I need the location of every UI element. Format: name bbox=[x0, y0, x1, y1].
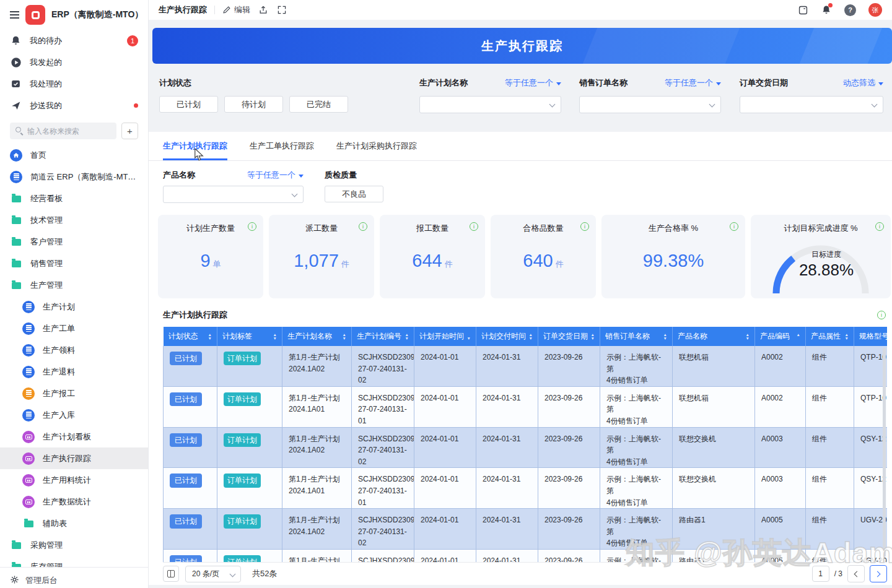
unread-dot bbox=[134, 103, 138, 108]
dashboard-icon bbox=[22, 431, 35, 443]
status-option-closed[interactable]: 已完结 bbox=[289, 96, 348, 113]
prev-page-button[interactable] bbox=[847, 565, 865, 582]
cell-plan-name: 第1月-生产计划 2024.1A01 bbox=[282, 386, 352, 427]
sidebar-folder-inventory-mgmt[interactable]: 库存管理 bbox=[0, 556, 148, 567]
table-row[interactable]: 已计划 订单计划 第1月-生产计划 2024.1A02 SCJHXSDD2309… bbox=[164, 427, 888, 468]
col-plan-code[interactable]: 生产计划编号▲▼ bbox=[352, 327, 414, 346]
status-option-pending[interactable]: 待计划 bbox=[224, 96, 283, 113]
sidebar-folder-production-mgmt[interactable]: 生产管理 bbox=[0, 274, 148, 296]
help-icon[interactable]: ? bbox=[844, 4, 856, 16]
sidebar-item-material-return[interactable]: 生产退料 bbox=[0, 361, 148, 383]
info-icon[interactable]: i bbox=[248, 222, 256, 231]
sales-order-select[interactable] bbox=[579, 96, 721, 113]
sidebar-folder-sales-mgmt[interactable]: 销售管理 bbox=[0, 253, 148, 274]
cell-tag: 订单计划 bbox=[217, 468, 282, 509]
sidebar-item-material-stats[interactable]: 生产用料统计 bbox=[0, 469, 148, 491]
sidebar-header: ERP（离散制造-MTO） bbox=[0, 0, 148, 30]
cell-product-attr: 组件 bbox=[806, 346, 854, 386]
sidebar-folder-aux-tables[interactable]: 辅助表 bbox=[0, 512, 148, 534]
col-tag[interactable]: 计划标签▲▼ bbox=[217, 327, 282, 346]
col-spec[interactable]: 规格型号▲▼ bbox=[854, 327, 888, 346]
cell-spec: QTP-10 bbox=[854, 386, 888, 427]
info-icon[interactable]: i bbox=[875, 222, 884, 231]
sidebar-item-work-report[interactable]: 生产报工 bbox=[0, 383, 148, 404]
user-avatar[interactable]: 张 bbox=[868, 3, 882, 17]
sidebar-folder-customer-mgmt[interactable]: 客户管理 bbox=[0, 231, 148, 253]
cell-delivery-date: 2023-09-26 bbox=[538, 427, 600, 468]
page-number-input[interactable] bbox=[812, 566, 829, 582]
sidebar-item-execution-tracking[interactable]: 生产执行跟踪 bbox=[0, 447, 148, 469]
col-product-code[interactable]: 产品编码▲▼ bbox=[755, 327, 806, 346]
page-size-select[interactable]: 20 条/页 bbox=[185, 566, 241, 582]
table-row[interactable]: 已计划 订单计划 第1月-生产计划 2024.1A01 SCJHXSDD2309… bbox=[164, 549, 888, 562]
cell-status: 已计划 bbox=[164, 346, 217, 386]
column-settings-button[interactable] bbox=[163, 566, 179, 582]
operator-link[interactable]: 等于任意一个 bbox=[505, 77, 561, 89]
sidebar-item-jiandaoyun-erp[interactable]: 简道云 ERP（离散制造-MTO）... bbox=[0, 166, 148, 188]
chevron-down-icon bbox=[549, 102, 556, 108]
quality-option-defective[interactable]: 不良品 bbox=[325, 186, 383, 202]
sidebar-folder-tech-mgmt[interactable]: 技术管理 bbox=[0, 209, 148, 231]
operator-link[interactable]: 等于任意一个 bbox=[665, 77, 721, 89]
sidebar-item-cc-to-me[interactable]: 抄送我的 bbox=[0, 95, 148, 116]
table-row[interactable]: 已计划 订单计划 第1月-生产计划 2024.1A02 SCJHXSDD2309… bbox=[164, 509, 888, 550]
info-icon[interactable]: i bbox=[730, 222, 738, 231]
sidebar-item-data-stats[interactable]: 生产数据统计 bbox=[0, 491, 148, 512]
sidebar-item-handled-by-me[interactable]: 我处理的 bbox=[0, 73, 148, 95]
table-row[interactable]: 已计划 订单计划 第1月-生产计划 2024.1A01 SCJHXSDD2309… bbox=[164, 468, 888, 509]
notifications-bell-icon[interactable] bbox=[821, 4, 832, 15]
sidebar-item-started-by-me[interactable]: 我发起的 bbox=[0, 51, 148, 73]
col-sales-order[interactable]: 销售订单名称▲▼ bbox=[600, 327, 673, 346]
fullscreen-icon[interactable] bbox=[276, 4, 287, 15]
sidebar-item-label: 我处理的 bbox=[30, 79, 62, 90]
table-row[interactable]: 已计划 订单计划 第1月-生产计划 2024.1A02 SCJHXSDD2309… bbox=[164, 346, 888, 386]
sidebar-folder-business-dashboard[interactable]: 经营看板 bbox=[0, 188, 148, 209]
folder-icon bbox=[24, 521, 33, 527]
panel-toggle-icon[interactable] bbox=[797, 4, 808, 15]
table-row[interactable]: 已计划 订单计划 第1月-生产计划 2024.1A01 SCJHXSDD2309… bbox=[164, 386, 888, 427]
info-icon[interactable]: i bbox=[470, 222, 478, 231]
add-button[interactable]: + bbox=[121, 123, 138, 139]
sidebar-item-production-plan[interactable]: 生产计划 bbox=[0, 296, 148, 318]
operator-link[interactable]: 动态筛选 bbox=[843, 77, 883, 89]
plan-name-select[interactable] bbox=[419, 96, 561, 113]
delivery-date-select[interactable] bbox=[740, 96, 883, 113]
col-plan-name[interactable]: 生产计划名称▲▼ bbox=[282, 327, 352, 346]
chevron-left-icon bbox=[854, 571, 860, 577]
info-icon[interactable]: i bbox=[877, 311, 886, 319]
sidebar-item-production-workorder[interactable]: 生产工单 bbox=[0, 318, 148, 339]
sidebar-item-warehouse-in[interactable]: 生产入库 bbox=[0, 404, 148, 426]
export-icon[interactable] bbox=[258, 4, 269, 15]
col-due-date[interactable]: 计划交付时间▲▼ bbox=[476, 327, 538, 346]
app-logo bbox=[25, 5, 45, 25]
col-product-attr[interactable]: 产品属性▲▼ bbox=[806, 327, 854, 346]
status-option-planned[interactable]: 已计划 bbox=[159, 96, 218, 113]
kpi-reported-qty: 报工数量 i 644件 bbox=[380, 215, 485, 298]
next-page-button[interactable] bbox=[870, 565, 887, 582]
folder-icon bbox=[12, 217, 21, 224]
col-product-name[interactable]: 产品名称▲▼ bbox=[673, 327, 755, 346]
folder-icon bbox=[12, 261, 21, 267]
info-icon[interactable]: i bbox=[359, 222, 367, 231]
sidebar-folder-purchase-mgmt[interactable]: 采购管理 bbox=[0, 534, 148, 556]
col-start-date[interactable]: 计划开始时间▲▼ bbox=[414, 327, 476, 346]
col-delivery-date[interactable]: 订单交货日期▲▼ bbox=[538, 327, 600, 346]
cell-product-code: A0003 bbox=[755, 427, 806, 468]
col-status[interactable]: 计划状态▲▼ bbox=[164, 327, 217, 346]
sidebar-admin-link[interactable]: 管理后台 bbox=[0, 567, 148, 588]
operator-link[interactable]: 等于任意一个 bbox=[247, 170, 304, 181]
cell-product-code: A0005 bbox=[755, 549, 806, 562]
search-input[interactable] bbox=[10, 123, 116, 139]
info-icon[interactable]: i bbox=[580, 222, 589, 231]
hamburger-menu-icon[interactable] bbox=[10, 14, 19, 15]
sidebar-item-material-request[interactable]: 生产领料 bbox=[0, 339, 148, 361]
sidebar-item-home[interactable]: 首页 bbox=[0, 144, 148, 166]
sidebar-item-my-todo[interactable]: 我的待办 1 bbox=[0, 30, 148, 51]
table-scrollbar[interactable] bbox=[883, 348, 886, 557]
tab-workorder-tracking[interactable]: 生产工单执行跟踪 bbox=[250, 132, 314, 160]
product-name-select[interactable] bbox=[163, 186, 304, 203]
sidebar-item-plan-dashboard[interactable]: 生产计划看板 bbox=[0, 426, 148, 447]
tab-purchase-tracking[interactable]: 生产计划采购执行跟踪 bbox=[336, 132, 417, 160]
edit-button[interactable]: 编辑 bbox=[222, 4, 250, 15]
cell-tag: 订单计划 bbox=[217, 346, 282, 386]
